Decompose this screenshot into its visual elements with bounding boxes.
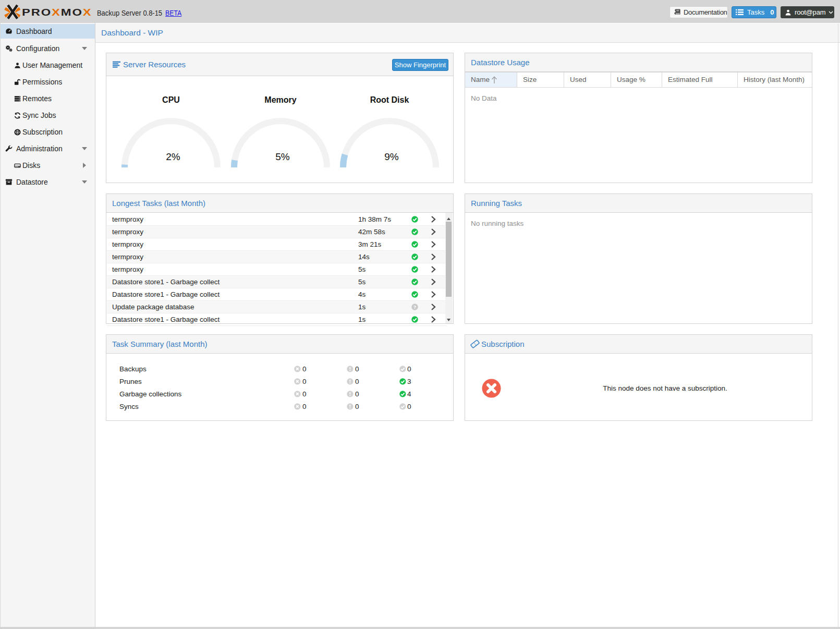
svg-text:?: ? bbox=[413, 305, 417, 310]
